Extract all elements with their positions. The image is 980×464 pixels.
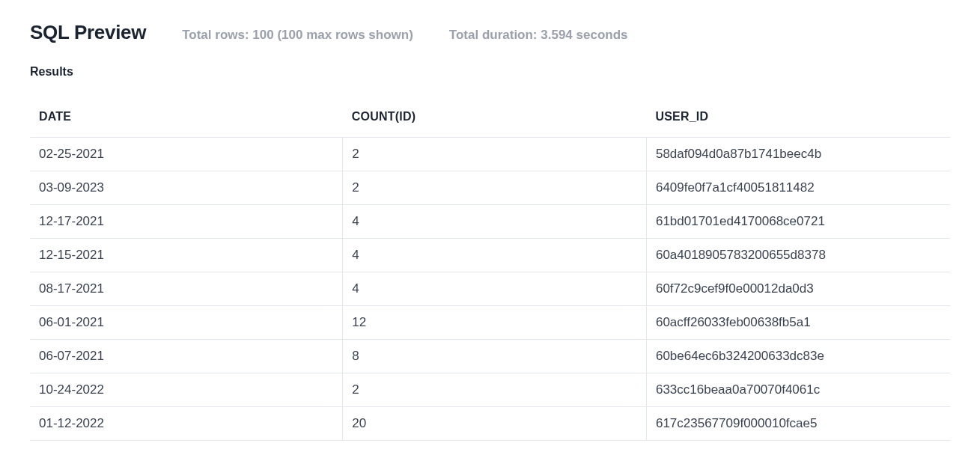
table-row: 10-24-20222633cc16beaa0a70070f4061c [30,373,950,407]
cell-user-id: 60f72c9cef9f0e00012da0d3 [646,272,950,306]
cell-date: 12-15-2021 [30,239,343,272]
column-header-count[interactable]: COUNT(ID) [343,97,647,138]
cell-date: 06-07-2021 [30,340,343,373]
table-row: 12-17-2021461bd01701ed4170068ce0721 [30,205,950,239]
cell-count: 8 [343,340,647,373]
cell-user-id: 633cc16beaa0a70070f4061c [646,373,950,407]
cell-count: 4 [343,239,647,272]
cell-count: 2 [343,138,647,171]
table-row: 03-09-202326409fe0f7a1cf40051811482 [30,171,950,205]
cell-user-id: 617c23567709f000010fcae5 [646,407,950,441]
cell-user-id: 6409fe0f7a1cf40051811482 [646,171,950,205]
cell-user-id: 61bd01701ed4170068ce0721 [646,205,950,239]
table-row: 06-07-2021860be64ec6b324200633dc83e [30,340,950,373]
cell-count: 12 [343,306,647,340]
cell-user-id: 60a4018905783200655d8378 [646,239,950,272]
column-header-date[interactable]: DATE [30,97,343,138]
table-header-row: DATE COUNT(ID) USER_ID [30,97,950,138]
table-row: 06-01-20211260acff26033feb00638fb5a1 [30,306,950,340]
table-row: 02-25-2021258daf094d0a87b1741beec4b [30,138,950,171]
table-row: 08-17-2021460f72c9cef9f0e00012da0d3 [30,272,950,306]
cell-count: 4 [343,205,647,239]
cell-date: 10-24-2022 [30,373,343,407]
cell-user-id: 60acff26033feb00638fb5a1 [646,306,950,340]
cell-count: 2 [343,373,647,407]
cell-count: 4 [343,272,647,306]
cell-count: 20 [343,407,647,441]
cell-user-id: 60be64ec6b324200633dc83e [646,340,950,373]
results-label: Results [30,65,950,79]
header-row: SQL Preview Total rows: 100 (100 max row… [30,21,950,44]
total-duration-stat: Total duration: 3.594 seconds [449,28,628,43]
cell-date: 08-17-2021 [30,272,343,306]
column-header-user-id[interactable]: USER_ID [646,97,950,138]
total-rows-stat: Total rows: 100 (100 max rows shown) [182,28,413,43]
cell-date: 03-09-2023 [30,171,343,205]
cell-user-id: 58daf094d0a87b1741beec4b [646,138,950,171]
table-row: 12-15-2021460a4018905783200655d8378 [30,239,950,272]
table-row: 01-12-202220617c23567709f000010fcae5 [30,407,950,441]
cell-date: 01-12-2022 [30,407,343,441]
page-title: SQL Preview [30,21,146,44]
cell-date: 06-01-2021 [30,306,343,340]
cell-date: 12-17-2021 [30,205,343,239]
cell-date: 02-25-2021 [30,138,343,171]
cell-count: 2 [343,171,647,205]
results-table: DATE COUNT(ID) USER_ID 02-25-2021258daf0… [30,97,950,441]
